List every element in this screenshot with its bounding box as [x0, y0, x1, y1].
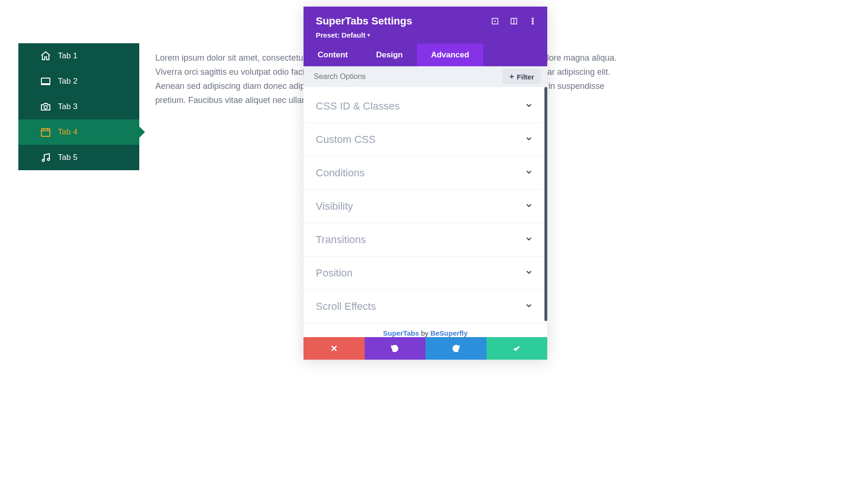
tab-item-label: Tab 1: [58, 51, 78, 61]
section-transitions[interactable]: Transitions: [304, 223, 547, 257]
modal-footer: [304, 337, 547, 360]
modal-tabs: Content Design Advanced: [304, 44, 547, 66]
credit-author-link[interactable]: BeSuperfly: [431, 329, 468, 337]
expand-icon[interactable]: [491, 17, 499, 25]
tab-item-3[interactable]: Tab 3: [18, 94, 139, 119]
svg-point-4: [48, 158, 49, 160]
columns-icon[interactable]: [510, 17, 518, 25]
sections-list: CSS ID & Classes Custom CSS Conditions V…: [304, 87, 547, 323]
section-position[interactable]: Position: [304, 257, 547, 290]
redo-button[interactable]: [425, 337, 487, 360]
tab-item-5[interactable]: Tab 5: [18, 145, 139, 170]
sections-wrap: CSS ID & Classes Custom CSS Conditions V…: [304, 87, 547, 323]
vertical-tab-nav: Tab 1 Tab 2 Tab 3 Tab 4 Tab 5: [18, 43, 139, 170]
section-title: Position: [316, 267, 352, 279]
svg-point-1: [44, 106, 48, 109]
section-title: Conditions: [316, 167, 365, 179]
preset-value: Default: [342, 31, 366, 39]
section-title: Scroll Effects: [316, 300, 376, 313]
tab-item-label: Tab 3: [58, 102, 78, 111]
scrollbar[interactable]: [544, 87, 547, 321]
section-scroll-effects[interactable]: Scroll Effects: [304, 290, 547, 323]
section-title: Transitions: [316, 234, 366, 246]
tab-content[interactable]: Content: [304, 44, 362, 66]
search-filter-row: + Filter: [304, 66, 547, 87]
svg-point-6: [495, 21, 496, 22]
chevron-down-icon: [525, 168, 533, 178]
save-button[interactable]: [487, 337, 548, 360]
preset-label: Preset:: [316, 31, 340, 39]
kebab-menu-icon[interactable]: [528, 17, 537, 25]
undo-button[interactable]: [365, 337, 426, 360]
credit-by: by: [421, 329, 429, 337]
svg-rect-0: [41, 78, 50, 84]
filter-button[interactable]: + Filter: [503, 69, 541, 84]
chevron-down-icon: [525, 201, 533, 212]
settings-modal: SuperTabs Settings Preset: Default ▾ Con…: [304, 7, 547, 360]
tab-item-2[interactable]: Tab 2: [18, 69, 139, 94]
svg-rect-2: [41, 129, 50, 136]
credit-line: SuperTabs by BeSuperfly: [304, 323, 547, 337]
music-icon: [40, 152, 51, 163]
section-title: Custom CSS: [316, 134, 376, 146]
svg-point-8: [532, 18, 534, 19]
modal-header: SuperTabs Settings Preset: Default ▾: [304, 7, 547, 44]
home-icon: [40, 50, 51, 62]
camera-icon: [40, 101, 51, 112]
laptop-icon: [40, 76, 51, 87]
section-title: CSS ID & Classes: [316, 100, 400, 112]
section-css-id-classes[interactable]: CSS ID & Classes: [304, 87, 547, 123]
search-input[interactable]: [314, 68, 503, 86]
cancel-button[interactable]: [304, 337, 365, 360]
tab-advanced[interactable]: Advanced: [417, 44, 483, 66]
filter-button-label: Filter: [517, 73, 534, 81]
calendar-icon: [40, 126, 51, 138]
svg-point-3: [42, 159, 44, 161]
tab-item-label: Tab 4: [58, 127, 78, 137]
chevron-down-icon: [525, 268, 533, 278]
tab-design[interactable]: Design: [362, 44, 417, 66]
section-conditions[interactable]: Conditions: [304, 157, 547, 190]
chevron-down-icon: [525, 235, 533, 245]
tab-item-4[interactable]: Tab 4: [18, 119, 139, 145]
svg-point-9: [532, 21, 534, 22]
modal-header-actions: [491, 17, 537, 25]
preset-selector[interactable]: Preset: Default ▾: [316, 31, 537, 39]
chevron-down-icon: [525, 301, 533, 312]
svg-point-10: [532, 23, 534, 24]
section-visibility[interactable]: Visibility: [304, 190, 547, 223]
chevron-down-icon: [525, 101, 533, 111]
plus-icon: +: [509, 72, 514, 81]
chevron-down-icon: ▾: [368, 32, 370, 38]
section-title: Visibility: [316, 200, 353, 213]
credit-product-link[interactable]: SuperTabs: [383, 329, 419, 337]
tab-item-1[interactable]: Tab 1: [18, 43, 139, 69]
tab-item-label: Tab 2: [58, 77, 78, 86]
modal-title: SuperTabs Settings: [316, 15, 412, 27]
tab-item-label: Tab 5: [58, 153, 78, 162]
chevron-down-icon: [525, 134, 533, 145]
section-custom-css[interactable]: Custom CSS: [304, 123, 547, 157]
